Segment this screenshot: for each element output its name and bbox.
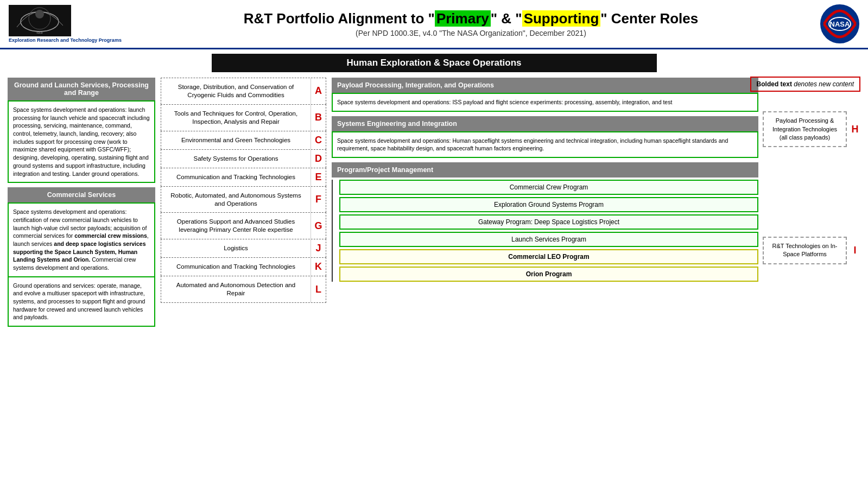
mid-item-D-letter: D xyxy=(311,150,326,168)
commercial-services-header: Commercial Services xyxy=(8,187,155,202)
mid-item-E-letter: E xyxy=(311,168,326,186)
payload-section: Payload Processing, Integration, and Ope… xyxy=(332,78,758,112)
mid-item-D-text: Safety Systems for Operations xyxy=(161,150,311,168)
mid-item-B-text: Tools and Techniques for Control, Operat… xyxy=(161,105,311,131)
program-orion: Orion Program xyxy=(339,267,758,282)
mid-item-F-text: Robotic, Automated, and Autonomous Syste… xyxy=(161,187,311,213)
header-title: R&T Portfolio Alignment to "Primary" & "… xyxy=(122,10,820,37)
mid-item-K: Communication and Tracking Technologies … xyxy=(161,257,326,276)
header-subtitle: (Per NPD 1000.3E, v4.0 "The NASA Organiz… xyxy=(122,29,820,37)
mid-item-F-letter: F xyxy=(311,187,326,213)
pm-header: Program/Project Management xyxy=(332,162,758,178)
mid-item-B-letter: B xyxy=(311,105,326,131)
header: ISS Exploration Research and Technology … xyxy=(0,0,868,49)
title-part3: " Center Roles xyxy=(600,10,698,27)
svg-text:ISS: ISS xyxy=(36,30,43,34)
mid-item-K-text: Communication and Tracking Technologies xyxy=(161,258,311,276)
mid-item-C-letter: C xyxy=(311,131,326,149)
section-bar: Human Exploration & Space Operations xyxy=(212,54,657,72)
side-box-H-letter: H xyxy=(850,124,860,135)
logo-box: ISS xyxy=(9,5,71,36)
mid-item-J-letter: J xyxy=(311,239,326,257)
mid-item-L: Automated and Autonomous Detection and R… xyxy=(161,276,326,303)
right-column: Payload Processing, Integration, and Ope… xyxy=(332,78,860,282)
side-box-I: R&T Technologies on In-Space Platforms xyxy=(763,237,847,264)
sei-header: Systems Engineering and Integration xyxy=(332,116,758,131)
mid-item-A-letter: A xyxy=(311,78,326,104)
sei-section: Systems Engineering and Integration Spac… xyxy=(332,116,758,158)
mid-item-C: Environmental and Green Technologies C xyxy=(161,131,326,149)
bold-note: Bolded text denotes new content xyxy=(750,77,860,92)
program-list: Commercial Crew Program Exploration Grou… xyxy=(332,180,758,282)
sei-desc: Space systems development and operations… xyxy=(332,131,758,158)
pm-section: Program/Project Management Commercial Cr… xyxy=(332,162,758,282)
commercial-services-section: Commercial Services Space systems develo… xyxy=(8,187,155,327)
program-commercial-crew: Commercial Crew Program xyxy=(339,180,758,195)
commercial-services-body1: Space systems development and operations… xyxy=(8,202,155,276)
mid-item-G: Operations Support and Advanced Studies … xyxy=(161,212,326,239)
program-commercial-leo: Commercial LEO Program xyxy=(339,249,758,264)
side-box-I-letter: I xyxy=(850,245,860,256)
payload-desc: Space systems development and operations… xyxy=(332,93,758,112)
logo-area: ISS Exploration Research and Technology … xyxy=(9,5,122,43)
mid-item-A: Storage, Distribution, and Conservation … xyxy=(161,78,326,104)
program-lsp: Launch Services Program xyxy=(339,232,758,247)
mid-item-A-text: Storage, Distribution, and Conservation … xyxy=(161,78,311,104)
mid-item-B: Tools and Techniques for Control, Operat… xyxy=(161,104,326,131)
side-box-I-wrapper: R&T Technologies on In-Space Platforms I xyxy=(763,237,860,264)
mid-item-C-text: Environmental and Green Technologies xyxy=(161,131,311,149)
side-boxes: Payload Processing & Integration Technol… xyxy=(763,78,860,282)
ground-launch-section: Ground and Launch Services, Processing a… xyxy=(8,78,155,183)
title-part1: R&T Portfolio Alignment to " xyxy=(244,10,435,27)
mid-item-G-letter: G xyxy=(311,213,326,239)
commercial-services-body2: Ground operations and services: operate,… xyxy=(8,276,155,327)
primary-highlight: Primary xyxy=(435,10,491,27)
program-egs: Exploration Ground Systems Program xyxy=(339,197,758,212)
left-column: Ground and Launch Services, Processing a… xyxy=(8,78,155,327)
mid-item-E: Communication and Tracking Technologies … xyxy=(161,168,326,186)
side-box-H: Payload Processing & Integration Technol… xyxy=(763,111,847,147)
middle-column: Storage, Distribution, and Conservation … xyxy=(161,78,326,303)
main-content: Human Exploration & Space Operations Bol… xyxy=(0,49,868,331)
ground-launch-header: Ground and Launch Services, Processing a… xyxy=(8,78,155,100)
svg-text:NASA: NASA xyxy=(830,20,850,28)
program-gateway: Gateway Program: Deep Space Logistics Pr… xyxy=(339,214,758,230)
mid-item-L-text: Automated and Autonomous Detection and R… xyxy=(161,276,311,302)
mid-item-G-text: Operations Support and Advanced Studies … xyxy=(161,213,311,239)
mid-item-J: Logistics J xyxy=(161,239,326,257)
svg-point-3 xyxy=(35,10,44,18)
nasa-logo: NASA xyxy=(820,4,859,43)
mid-item-K-letter: K xyxy=(311,258,326,276)
payload-header: Payload Processing, Integration, and Ope… xyxy=(332,78,758,93)
mid-item-E-text: Communication and Tracking Technologies xyxy=(161,168,311,186)
three-col-layout: Ground and Launch Services, Processing a… xyxy=(8,78,860,327)
supporting-highlight: Supporting xyxy=(522,10,601,27)
logo-subtext: Exploration Research and Technology Prog… xyxy=(9,37,122,43)
mid-item-F: Robotic, Automated, and Autonomous Syste… xyxy=(161,186,326,213)
title-part2: " & " xyxy=(491,10,522,27)
side-box-H-wrapper: Payload Processing & Integration Technol… xyxy=(763,111,860,147)
mid-item-J-text: Logistics xyxy=(161,239,311,257)
mid-item-L-letter: L xyxy=(311,276,326,302)
ground-launch-body: Space systems development and operations… xyxy=(8,100,155,183)
right-main-sections: Payload Processing, Integration, and Ope… xyxy=(332,78,758,282)
mid-items-list: Storage, Distribution, and Conservation … xyxy=(161,78,326,303)
mid-item-D: Safety Systems for Operations D xyxy=(161,149,326,168)
